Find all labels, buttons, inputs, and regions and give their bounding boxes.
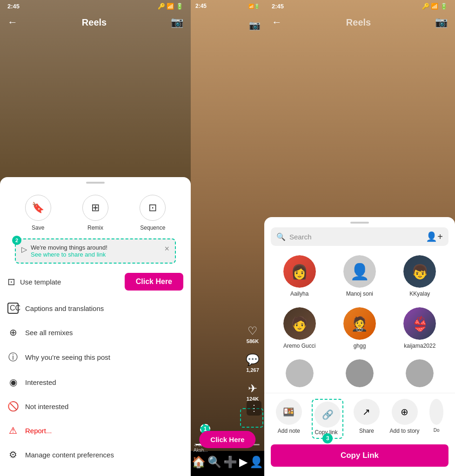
notif-line1: We're moving things around! (31, 244, 161, 251)
contact-name-kkyalay: KKyalay (409, 291, 430, 297)
add-note-icon: 🍱 (276, 399, 302, 425)
nav-profile-icon[interactable]: 👤 (249, 456, 263, 469)
report-label: Report... (25, 427, 52, 435)
contact-kkyalay[interactable]: 👦 KKyalay (391, 251, 448, 301)
mid-click-here-button[interactable]: Click Here (199, 431, 255, 448)
left-status-bar: 2:45 🔑 📶 🔋 (0, 0, 191, 13)
nav-home-icon[interactable]: 🏠 (192, 456, 206, 469)
search-input[interactable]: Search (289, 233, 422, 241)
comment-action[interactable]: 💬 1,267 (246, 353, 260, 373)
add-to-story-action[interactable]: ⊕ Add to story (390, 399, 420, 439)
avatar-partial-2 (346, 359, 374, 387)
bottom-nav: 🏠 🔍 ➕ ▶ 👤 (191, 451, 264, 476)
nav-add-icon[interactable]: ➕ (223, 456, 237, 469)
sequence-icon-circle: ⊡ (140, 195, 166, 221)
sheet-handle (86, 182, 105, 184)
right-status-icons: 🔑 📶 🔋 (422, 3, 448, 10)
copy-link-action[interactable]: 🔗 Copy link 3 (312, 399, 343, 439)
contacts-grid: 👩 Aailyha 👤 Manoj soni 👦 KKyalay 🧑 (264, 251, 455, 391)
manage-icon: ⚙ (7, 449, 19, 460)
search-bar[interactable]: 🔍 Search 👤+ (271, 227, 448, 246)
avatar-circle-ghgg: 🤵 (343, 307, 376, 340)
share-label: Share (359, 428, 374, 434)
info-icon: ⓘ (7, 351, 19, 364)
contact-name-aailyha: Aailyha (290, 291, 308, 297)
add-to-story-icon: ⊕ (392, 399, 418, 425)
avatar-circle-partial-3 (406, 359, 434, 387)
manage-content-item[interactable]: ⚙ Manage content preferences (0, 443, 191, 467)
badge-3: 3 (322, 433, 333, 443)
comment-count: 1,267 (246, 367, 259, 373)
click-here-button[interactable]: Click Here (125, 273, 183, 291)
right-camera-icon[interactable]: 📷 (435, 16, 448, 28)
interested-label: Interested (25, 378, 56, 386)
mid-icons: 📶🔋 (248, 4, 260, 9)
see-all-remixes-label: See all remixes (25, 329, 73, 337)
use-template-row: ⊡ Use template Click Here (0, 267, 191, 296)
left-camera-icon[interactable]: 📷 (171, 16, 183, 28)
captions-menu-item[interactable]: CC Captions and translations (0, 296, 191, 320)
left-back-button[interactable]: ← (7, 16, 18, 28)
report-item[interactable]: ⚠ Report... (0, 418, 191, 443)
captions-icon: CC (7, 303, 19, 314)
comment-icon: 💬 (246, 353, 260, 366)
notification-close-button[interactable]: × (164, 244, 169, 254)
contact-aremo[interactable]: 🧑 Aremo Gucci (271, 304, 328, 353)
contact-name-ghgg: ghgg (354, 343, 366, 349)
avatar-kkyalay: 👦 (403, 255, 436, 288)
do-label: Do (434, 428, 440, 433)
avatar-circle-aremo: 🧑 (283, 307, 316, 340)
avatar-aremo: 🧑 (283, 307, 316, 340)
nav-reels-icon[interactable]: ▶ (239, 456, 248, 469)
sequence-option[interactable]: ⊡ Sequence (140, 195, 166, 231)
right-back-button[interactable]: ← (272, 16, 282, 28)
use-template-left: ⊡ Use template (7, 276, 61, 287)
contact-aailyha[interactable]: 👩 Aailyha (271, 251, 328, 301)
sequence-label: Sequence (140, 225, 165, 231)
mid-camera-icon[interactable]: 📷 (249, 20, 261, 31)
contact-kaijama[interactable]: 👙 kaijama2022 (391, 304, 448, 353)
use-template-label: Use template (20, 278, 61, 286)
nav-search-icon[interactable]: 🔍 (207, 456, 221, 469)
report-icon: ⚠ (7, 425, 19, 436)
notification-badge: 2 (12, 236, 21, 245)
remix-icon-circle: ⊞ (82, 195, 108, 221)
three-dots-button[interactable]: ⋮ (247, 401, 261, 416)
contact-partial-2[interactable] (331, 356, 388, 391)
add-user-icon[interactable]: 👤+ (426, 231, 443, 242)
share-sheet: 🔍 Search 👤+ 👩 Aailyha 👤 Manoj soni (264, 217, 455, 476)
avatar-circle-kaijama: 👙 (403, 307, 436, 340)
avatar-partial-1 (286, 359, 314, 387)
template-icon: ⊡ (7, 276, 15, 287)
heart-icon: ♡ (248, 324, 258, 337)
right-header: ← Reels 📷 (264, 13, 455, 32)
share-action-btn[interactable]: ↗ Share (354, 399, 380, 439)
not-interested-item[interactable]: 🚫 Not interested (0, 394, 191, 418)
sheet-icons-row: 🔖 Save ⊞ Remix ⊡ Sequence (0, 189, 191, 238)
save-option[interactable]: 🔖 Save (25, 195, 51, 231)
do-icon (429, 399, 443, 425)
interested-item[interactable]: ◉ Interested (0, 370, 191, 394)
share-action[interactable]: ✈ 124K (247, 382, 259, 402)
left-panel: 2:45 🔑 📶 🔋 ← Reels 📷 🔖 Save ⊞ Remix ⊡ Se… (0, 0, 191, 476)
why-seeing-item[interactable]: ⓘ Why you're seeing this post (0, 344, 191, 370)
search-icon: 🔍 (276, 232, 286, 241)
add-note-action[interactable]: 🍱 Add note (276, 399, 302, 439)
see-all-remixes-item[interactable]: ⊕ See all remixes (0, 320, 191, 344)
do-more-action[interactable]: Do (429, 399, 443, 439)
like-action[interactable]: ♡ 586K (247, 324, 259, 344)
remix-option[interactable]: ⊞ Remix (82, 195, 108, 231)
contact-ghgg[interactable]: 🤵 ghgg (331, 304, 388, 353)
share-handle (350, 222, 369, 224)
add-to-story-label: Add to story (390, 428, 420, 434)
contact-manoj[interactable]: 👤 Manoj soni (331, 251, 388, 301)
mid-right-actions: ♡ 586K 💬 1,267 ✈ 124K (246, 324, 260, 402)
contact-partial-1[interactable] (271, 356, 328, 391)
share-actions-row: 🍱 Add note 🔗 Copy link 3 ↗ Shar (264, 393, 455, 441)
notification-icon: ▷ (21, 245, 27, 254)
save-label: Save (32, 225, 44, 231)
avatar-circle-manoj: 👤 (343, 255, 376, 288)
copy-link-main-button[interactable]: Copy Link (271, 444, 448, 467)
contact-partial-3[interactable] (391, 356, 448, 391)
add-note-label: Add note (278, 428, 300, 434)
